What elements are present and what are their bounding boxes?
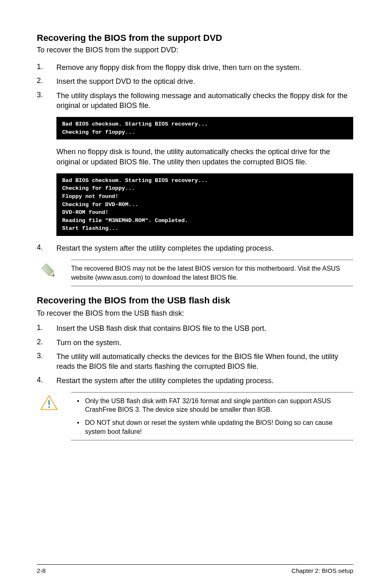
- step-text: Remove any floppy disk from the floppy d…: [56, 63, 353, 72]
- section1-steps: 1. Remove any floppy disk from the flopp…: [37, 63, 353, 110]
- step-number: 4.: [37, 243, 56, 253]
- pencil-icon: [37, 260, 61, 280]
- warning-text: Only the USB flash disk with FAT 32/16 f…: [85, 397, 353, 414]
- step-text: Restart the system after the utility com…: [56, 376, 353, 386]
- warning-text: DO NOT shut down or reset the system whi…: [85, 418, 353, 436]
- step-text: Insert the USB flash disk that contains …: [56, 323, 353, 333]
- list-item: 2. Turn on the system.: [37, 338, 353, 348]
- step-text: Turn on the system.: [56, 338, 353, 348]
- step-number: 4.: [37, 376, 56, 386]
- svg-point-5: [48, 406, 50, 408]
- section2-title: Recovering the BIOS from the USB flash d…: [37, 295, 353, 306]
- warning-icon: [37, 392, 61, 411]
- step-text: The utility will automatically checks th…: [56, 352, 353, 372]
- step-number: 2.: [37, 76, 56, 86]
- list-item: 4. Restart the system after the utility …: [37, 376, 353, 386]
- terminal-output: Bad BIOS checksum. Starting BIOS recover…: [56, 117, 353, 139]
- section2-intro: To recover the BIOS from the USB flash d…: [37, 309, 353, 318]
- note-text: The recovered BIOS may not be the latest…: [71, 260, 353, 286]
- list-item: 3. The utility displays the following me…: [37, 91, 353, 111]
- step-text: Insert the support DVD to the optical dr…: [56, 76, 353, 86]
- terminal-output: Bad BIOS checksum. Starting BIOS recover…: [56, 173, 353, 236]
- list-item: 1. Insert the USB flash disk that contai…: [37, 323, 353, 333]
- section1-step4: 4. Restart the system after the utility …: [37, 243, 353, 253]
- note-box: The recovered BIOS may not be the latest…: [37, 260, 353, 286]
- section1-paragraph: When no floppy disk is found, the utilit…: [37, 147, 353, 167]
- step-text: The utility displays the following messa…: [56, 91, 353, 111]
- section2-steps: 1. Insert the USB flash disk that contai…: [37, 323, 353, 385]
- list-item: 2. Insert the support DVD to the optical…: [37, 76, 353, 86]
- list-item: 4. Restart the system after the utility …: [37, 243, 353, 253]
- step-number: 3.: [37, 352, 56, 372]
- section1-title: Recovering the BIOS from the support DVD: [37, 33, 353, 43]
- section1-intro: To recover the BIOS from the support DVD…: [37, 46, 353, 54]
- svg-rect-4: [48, 400, 50, 405]
- bullet-icon: •: [71, 418, 85, 436]
- bullet-icon: •: [71, 397, 85, 414]
- warning-body: • Only the USB flash disk with FAT 32/16…: [71, 392, 353, 440]
- step-number: 1.: [37, 63, 56, 72]
- step-text: Restart the system after the utility com…: [56, 243, 353, 253]
- list-item: 1. Remove any floppy disk from the flopp…: [37, 63, 353, 72]
- step-number: 1.: [37, 323, 56, 333]
- code-block-2-wrap: Bad BIOS checksum. Starting BIOS recover…: [37, 173, 353, 236]
- warning-item: • DO NOT shut down or reset the system w…: [71, 418, 353, 436]
- code-block-1-wrap: Bad BIOS checksum. Starting BIOS recover…: [37, 117, 353, 139]
- step-number: 2.: [37, 338, 56, 348]
- warning-item: • Only the USB flash disk with FAT 32/16…: [71, 397, 353, 414]
- step-number: 3.: [37, 91, 56, 111]
- warning-box: • Only the USB flash disk with FAT 32/16…: [37, 392, 353, 440]
- list-item: 3. The utility will automatically checks…: [37, 352, 353, 372]
